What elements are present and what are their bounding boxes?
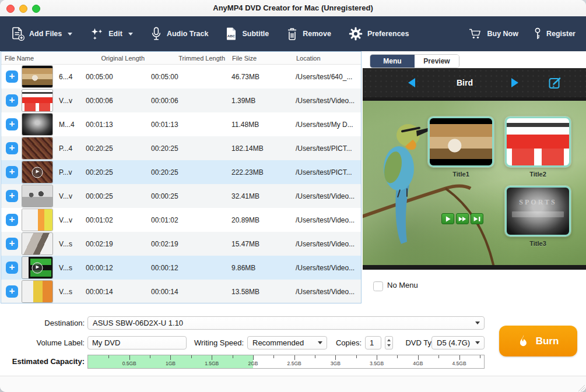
row-add-plus-button[interactable]: + xyxy=(6,70,18,83)
menu-playback-bar xyxy=(441,213,483,224)
column-header-location[interactable]: Location xyxy=(293,55,361,62)
location-cell: /Users/test/My D... xyxy=(293,121,361,129)
row-add-plus-button[interactable]: + xyxy=(6,142,18,154)
original-length-cell: 00:20:25 xyxy=(83,144,148,153)
dvd-type-select[interactable]: D5 (4.7G) xyxy=(431,336,485,349)
table-row[interactable]: +P...400:20:2500:20:25182.14MB/Users/tes… xyxy=(1,136,361,160)
table-row[interactable]: +6...400:05:0000:05:0046.73MB/Users/test… xyxy=(1,65,361,89)
toolbar-button-edit[interactable]: Edit xyxy=(90,27,133,41)
next-title-button[interactable] xyxy=(471,213,483,224)
writing-speed-select[interactable]: Recommended xyxy=(247,336,327,349)
dvd-type-value: D5 (4.7G) xyxy=(437,338,470,347)
tab-preview[interactable]: Preview xyxy=(415,55,459,68)
burn-button[interactable]: Burn xyxy=(499,326,577,356)
main-toolbar: Add FilesEditAudio TrackABCSubtitleRemov… xyxy=(0,16,586,51)
row-add-plus-button[interactable]: + xyxy=(6,262,18,274)
trimmed-length-cell: 00:20:25 xyxy=(148,144,229,153)
stepper-up-icon[interactable] xyxy=(387,339,391,341)
menu-title2-thumbnail[interactable] xyxy=(505,116,571,167)
chevron-down-icon xyxy=(318,341,322,344)
copies-stepper[interactable] xyxy=(385,336,393,349)
row-add-plus-button[interactable]: + xyxy=(6,166,18,178)
toolbar-button-audio-track[interactable]: Audio Track xyxy=(150,27,209,41)
toolbar-button-remove[interactable]: Remove xyxy=(286,27,331,41)
play-overlay-icon[interactable] xyxy=(32,167,43,178)
resize-grip[interactable] xyxy=(577,383,585,391)
gear-icon xyxy=(349,27,363,41)
table-row[interactable]: +V...s00:00:1200:00:129.86MB/Users/test/… xyxy=(1,256,361,280)
table-row[interactable]: +P...v00:20:2500:20:25222.23MB/Users/tes… xyxy=(1,160,361,184)
row-add-plus-button[interactable]: + xyxy=(6,94,18,107)
column-header-file-size[interactable]: File Size xyxy=(229,55,293,62)
app-window-thumbnail xyxy=(22,209,52,231)
file-size-cell: 20.89MB xyxy=(229,216,293,224)
trimmed-length-cell: 00:02:19 xyxy=(148,240,229,248)
toolbar-label-preferences: Preferences xyxy=(367,30,409,38)
file-size-cell: 182.14MB xyxy=(229,144,293,153)
no-menu-label: No Menu xyxy=(387,281,418,289)
capacity-tick-label: 4.5GB xyxy=(452,361,466,366)
capacity-tick xyxy=(335,355,336,360)
location-cell: /Users/test/PICT... xyxy=(293,168,361,176)
table-row[interactable]: +V...v00:00:2500:00:2532.41MB/Users/test… xyxy=(1,184,361,208)
table-row[interactable]: +V...s00:02:1900:02:1915.47MB/Users/test… xyxy=(1,232,361,256)
trimmed-length-cell: 00:20:25 xyxy=(148,168,229,176)
table-row[interactable]: +V...s00:00:1400:00:1413.58MB/Users/test… xyxy=(1,280,361,303)
row-add-plus-button[interactable]: + xyxy=(6,214,18,226)
toolbar-button-buy-now[interactable]: Buy Now xyxy=(469,28,518,40)
stepper-down-icon[interactable] xyxy=(387,344,391,347)
menu-title3-thumbnail[interactable]: SPORTS xyxy=(505,186,571,236)
tab-menu[interactable]: Menu xyxy=(370,55,415,68)
toolbar-label-buy-now: Buy Now xyxy=(487,30,518,38)
volume-label-input[interactable] xyxy=(87,336,187,349)
menu-template-navbar: Bird xyxy=(363,68,586,97)
webpage-ad-thumbnail xyxy=(22,90,52,111)
fast-forward-button[interactable] xyxy=(456,213,469,224)
original-length-cell: 00:00:25 xyxy=(83,192,148,200)
destination-select[interactable]: ASUS SBW-06D2X-U 1.10 xyxy=(87,316,485,330)
original-length-cell: 00:00:06 xyxy=(83,97,148,105)
file-name-cell: V...s xyxy=(56,240,83,248)
column-header-trimmed-length[interactable]: Trimmed Length xyxy=(148,55,229,62)
file-size-cell: 11.48MB xyxy=(229,121,293,129)
estimated-capacity-bar: 0.5GB1GB1.5GB2GB2.5GB3GB3.5GB4GB4.5GB xyxy=(87,355,485,369)
window-title: AnyMP4 DVD Creator for Mac (Unregistered… xyxy=(0,0,586,16)
volume-label-label: Volume Label: xyxy=(0,336,85,349)
row-add-plus-button[interactable]: + xyxy=(6,190,18,202)
previous-menu-arrow-icon[interactable] xyxy=(408,78,415,87)
column-header-original-length[interactable]: Original Length xyxy=(83,55,148,62)
play-button[interactable] xyxy=(441,213,454,224)
toolbar-button-register[interactable]: Register xyxy=(534,27,576,40)
toolbar-button-subtitle[interactable]: ABCSubtitle xyxy=(226,27,269,41)
table-row[interactable]: +V...v00:01:0200:01:0220.89MB/Users/test… xyxy=(1,208,361,232)
capacity-tick-label: 3GB xyxy=(331,361,341,366)
column-header-file-name[interactable]: File Name xyxy=(1,55,83,62)
capacity-tick-label: 2.5GB xyxy=(287,361,301,366)
menu-title1-thumbnail[interactable] xyxy=(428,116,494,167)
location-cell: /Users/test/Video... xyxy=(293,240,361,248)
table-row[interactable]: +M...400:01:1300:01:1311.48MB/Users/test… xyxy=(1,112,361,136)
row-add-plus-button[interactable]: + xyxy=(6,118,18,130)
table-row[interactable]: +V...v00:00:0600:00:061.39MB/Users/test/… xyxy=(1,89,361,112)
burn-button-label: Burn xyxy=(536,336,559,347)
toolbar-button-add-files[interactable]: Add Files xyxy=(12,27,72,41)
grayscale-title-thumbnail xyxy=(22,114,52,135)
trimmed-length-cell: 00:00:12 xyxy=(148,264,229,272)
row-add-plus-button[interactable]: + xyxy=(6,238,18,250)
copies-input[interactable] xyxy=(365,336,381,349)
play-overlay-icon[interactable] xyxy=(32,262,43,273)
toolbar-button-preferences[interactable]: Preferences xyxy=(349,27,409,41)
dvd-menu-preview: SPORTS Title1 Title2 Title3 xyxy=(363,97,586,270)
no-menu-checkbox[interactable] xyxy=(373,281,383,291)
capacity-tick-label: 4GB xyxy=(413,361,423,366)
edit-menu-icon[interactable] xyxy=(548,76,562,90)
chevron-down-icon xyxy=(128,33,133,36)
row-add-plus-button[interactable]: + xyxy=(6,285,18,298)
menu-template-name: Bird xyxy=(430,68,500,97)
next-menu-arrow-icon[interactable] xyxy=(511,78,518,87)
location-cell: /Users/test/640_... xyxy=(293,73,361,81)
file-name-cell: P...v xyxy=(56,168,83,176)
capacity-tick xyxy=(294,355,295,360)
copies-label: Copies: xyxy=(330,336,362,349)
original-length-cell: 00:05:00 xyxy=(83,73,148,81)
